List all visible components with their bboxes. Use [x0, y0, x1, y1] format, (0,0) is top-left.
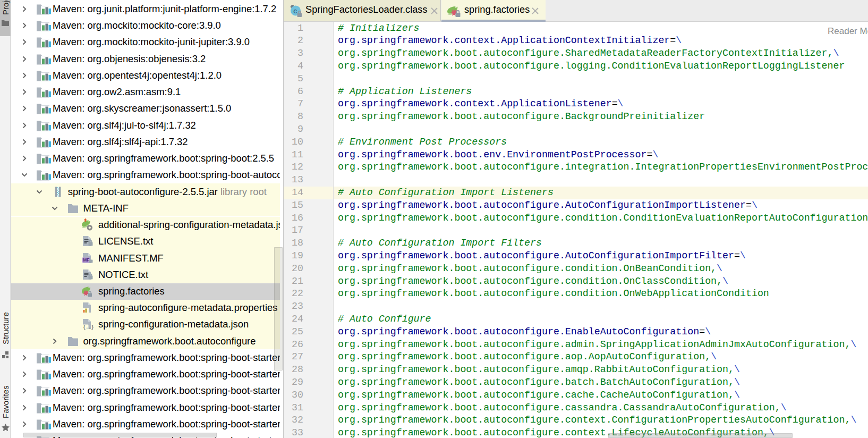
svg-text:c: c — [293, 7, 297, 15]
svg-text:MF: MF — [83, 257, 89, 263]
svg-text:{..}: {..} — [83, 325, 93, 330]
